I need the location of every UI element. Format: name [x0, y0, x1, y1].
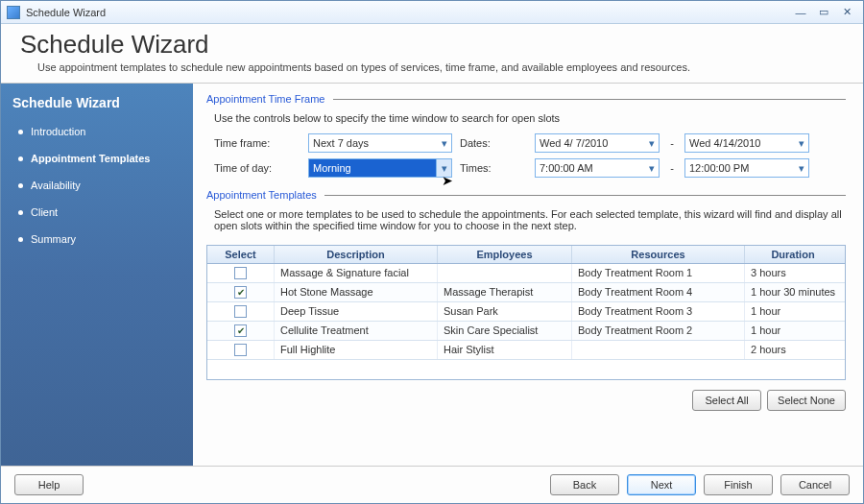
sidebar-item-label: Summary: [31, 233, 76, 245]
bullet-icon: [18, 156, 23, 161]
content: Appointment Time Frame Use the controls …: [193, 84, 863, 466]
cell-description: Deep Tissue: [275, 302, 438, 321]
timeframe-combo[interactable]: Next 7 days ▾: [308, 133, 452, 153]
cell-duration: 1 hour: [745, 302, 841, 321]
section-title-text: Appointment Templates: [206, 189, 317, 201]
checkbox[interactable]: [234, 305, 247, 318]
sidebar-item-availability[interactable]: Availability: [1, 172, 193, 199]
cell-duration: 1 hour 30 minutes: [745, 283, 841, 301]
sidebar-item-label: Appointment Templates: [31, 153, 150, 164]
table-row[interactable]: Deep TissueSusan ParkBody Treatment Room…: [207, 302, 845, 322]
cell-resources: Body Treatment Room 2: [572, 322, 745, 340]
date-start-combo[interactable]: Wed 4/ 7/2010 ▾: [535, 133, 660, 153]
cell-select: [207, 302, 275, 321]
close-button[interactable]: ✕: [836, 5, 857, 20]
table-filler: [207, 360, 845, 379]
col-duration[interactable]: Duration: [745, 246, 841, 263]
chevron-down-icon: ▾: [436, 134, 451, 152]
footer: Help Back Next Finish Cancel: [1, 466, 863, 503]
schedule-wizard-window: Schedule Wizard — ▭ ✕ Schedule Wizard Us…: [0, 0, 864, 504]
body: Schedule Wizard Introduction Appointment…: [1, 84, 863, 466]
divider: [324, 195, 846, 196]
section-title-timeframe: Appointment Time Frame: [206, 93, 846, 105]
timeofday-label: Time of day:: [214, 162, 300, 174]
sidebar-item-label: Availability: [31, 180, 81, 191]
sidebar-item-client[interactable]: Client: [1, 199, 193, 226]
times-label: Times:: [460, 162, 527, 174]
table-row[interactable]: ✔Cellulite TreatmentSkin Care Specialist…: [207, 322, 845, 341]
chevron-down-icon: ▾: [643, 159, 659, 177]
sidebar-item-introduction[interactable]: Introduction: [1, 118, 193, 145]
cell-description: Cellulite Treatment: [275, 322, 438, 340]
templates-table: Select Description Employees Resources D…: [206, 245, 846, 380]
cell-description: Hot Stone Massage: [275, 283, 438, 301]
maximize-button[interactable]: ▭: [813, 5, 834, 20]
timeofday-value: Morning: [313, 162, 351, 174]
cell-select: ✔: [207, 283, 275, 301]
table-row[interactable]: Full HighliteHair Stylist2 hours: [207, 341, 845, 360]
cell-duration: 3 hours: [745, 264, 841, 282]
timeframe-controls: Time frame: Next 7 days ▾ Dates: Wed 4/ …: [214, 133, 846, 178]
date-start-value: Wed 4/ 7/2010: [540, 137, 608, 149]
checkbox[interactable]: [234, 344, 247, 356]
checkbox[interactable]: ✔: [234, 324, 247, 337]
template-buttons: Select All Select None: [206, 390, 846, 411]
select-none-button[interactable]: Select None: [767, 390, 846, 411]
col-description[interactable]: Description: [275, 246, 438, 263]
cell-employees: Hair Stylist: [438, 341, 572, 359]
sidebar-item-appointment-templates[interactable]: Appointment Templates: [1, 145, 193, 172]
back-button[interactable]: Back: [550, 474, 619, 495]
chevron-down-icon: ▾: [643, 134, 659, 152]
table-row[interactable]: Massage & Signature facialBody Treatment…: [207, 264, 845, 283]
timeofday-combo[interactable]: Morning ▾ ➤: [308, 158, 452, 178]
cell-select: [207, 264, 275, 282]
chevron-down-icon: ▾: [793, 159, 808, 177]
date-end-combo[interactable]: Wed 4/14/2010 ▾: [684, 133, 809, 153]
col-employees[interactable]: Employees: [438, 246, 572, 263]
help-button[interactable]: Help: [14, 474, 84, 495]
time-start-value: 7:00:00 AM: [540, 162, 593, 174]
cell-employees: Susan Park: [438, 302, 572, 321]
cell-employees: Massage Therapist: [438, 283, 572, 301]
finish-button[interactable]: Finish: [704, 474, 773, 495]
cell-resources: Body Treatment Room 3: [572, 302, 745, 321]
section-title-templates: Appointment Templates: [206, 189, 846, 201]
cell-resources: Body Treatment Room 4: [572, 283, 745, 301]
header: Schedule Wizard Use appointment template…: [1, 24, 863, 84]
window-title: Schedule Wizard: [26, 7, 788, 18]
divider: [333, 99, 847, 100]
time-end-combo[interactable]: 12:00:00 PM ▾: [684, 158, 809, 178]
sidebar-title: Schedule Wizard: [1, 91, 193, 118]
date-end-value: Wed 4/14/2010: [689, 137, 760, 149]
minimize-button[interactable]: —: [790, 5, 811, 20]
col-select[interactable]: Select: [207, 246, 275, 263]
next-button[interactable]: Next: [627, 474, 696, 495]
timeframe-description: Use the controls below to specify the ti…: [214, 112, 846, 124]
dash: -: [667, 137, 677, 149]
time-end-value: 12:00:00 PM: [689, 162, 749, 174]
page-subtitle: Use appointment templates to schedule ne…: [37, 61, 848, 73]
checkbox[interactable]: [234, 267, 247, 279]
checkbox[interactable]: ✔: [234, 286, 247, 299]
col-resources[interactable]: Resources: [572, 246, 745, 263]
dash: -: [667, 162, 677, 174]
bullet-icon: [18, 210, 23, 215]
cell-duration: 1 hour: [745, 322, 841, 340]
templates-description: Select one or more templates to be used …: [214, 208, 846, 231]
bullet-icon: [18, 130, 23, 134]
section-title-text: Appointment Time Frame: [206, 93, 325, 105]
sidebar-item-label: Client: [31, 206, 58, 218]
table-row[interactable]: ✔Hot Stone MassageMassage TherapistBody …: [207, 283, 845, 302]
sidebar-item-summary[interactable]: Summary: [1, 226, 193, 252]
table-body: Massage & Signature facialBody Treatment…: [207, 264, 845, 360]
app-icon: [7, 6, 20, 19]
cell-duration: 2 hours: [745, 341, 841, 359]
time-start-combo[interactable]: 7:00:00 AM ▾: [535, 158, 660, 178]
cell-description: Massage & Signature facial: [275, 264, 438, 282]
sidebar: Schedule Wizard Introduction Appointment…: [1, 84, 193, 466]
table-header: Select Description Employees Resources D…: [207, 246, 845, 264]
bullet-icon: [18, 183, 23, 188]
select-all-button[interactable]: Select All: [692, 390, 761, 411]
cancel-button[interactable]: Cancel: [780, 474, 850, 495]
cell-select: [207, 341, 275, 359]
